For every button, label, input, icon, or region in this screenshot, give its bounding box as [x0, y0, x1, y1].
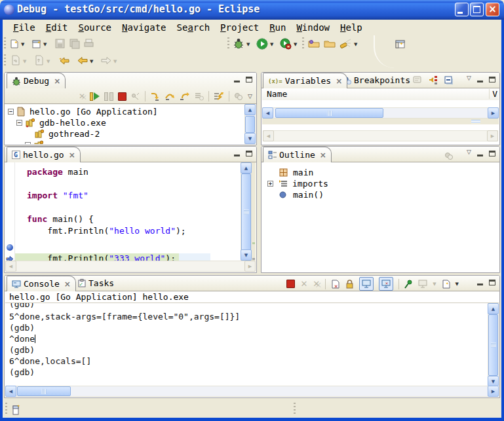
console-hscrollbar-track[interactable] [5, 386, 499, 397]
forward-button[interactable] [101, 56, 111, 65]
disconnect-icon[interactable] [131, 92, 140, 101]
new-wizard-dropdown[interactable]: ▼ [21, 42, 24, 47]
display-console-disabled-icon[interactable] [418, 280, 427, 288]
remove-terminated-icon[interactable]: ✕ [79, 92, 85, 101]
tab-close-icon[interactable]: × [64, 280, 71, 289]
print-button[interactable] [84, 39, 94, 48]
step-over-icon[interactable] [165, 92, 175, 101]
show-stderr-toggle[interactable]: ✕ [379, 277, 393, 291]
tab-close-icon[interactable]: × [336, 77, 342, 86]
maximize-view-icon[interactable] [489, 77, 495, 82]
scroll-left-button[interactable]: ◀ [263, 130, 274, 141]
scroll-lock-icon[interactable] [345, 280, 354, 289]
column-value[interactable]: V [489, 89, 497, 99]
save-button[interactable] [55, 39, 65, 48]
suspend-icon[interactable] [104, 92, 113, 101]
scroll-right-button[interactable]: ▶ [488, 107, 499, 119]
maximize-button[interactable] [470, 3, 484, 16]
tab-close-icon[interactable]: × [320, 151, 326, 160]
scroll-left-button[interactable]: ◀ [262, 107, 273, 119]
back-button[interactable] [77, 56, 88, 65]
statusbar-drag-handle[interactable] [294, 403, 296, 416]
tab-tasks[interactable]: ✓ Tasks [73, 276, 119, 291]
titlebar[interactable]: Debug - testGo/src/cmd/hello.go - Eclips… [0, 0, 504, 20]
terminate-icon[interactable] [286, 280, 295, 288]
scroll-left-button[interactable]: ◀ [5, 261, 16, 272]
show-type-names-disabled-icon[interactable] [413, 75, 423, 84]
open-type-button[interactable] [308, 39, 320, 48]
remove-launch-disabled-icon[interactable]: ✕ [300, 279, 307, 289]
run-button[interactable] [256, 38, 268, 50]
external-tools-dropdown[interactable]: ▼ [294, 42, 297, 47]
outline-item[interactable]: main [292, 168, 315, 177]
editor-body[interactable]: ✦ package main import "fmt" func main() … [5, 162, 256, 261]
variables-tree-empty[interactable] [262, 100, 499, 107]
scroll-left-button[interactable]: ◀ [5, 386, 16, 397]
menu-window[interactable]: Window [291, 21, 335, 34]
tab-close-icon[interactable]: × [69, 151, 75, 160]
tab-close-icon[interactable]: × [54, 77, 60, 86]
menu-source[interactable]: Source [73, 21, 117, 34]
step-filters-disabled-icon[interactable] [194, 92, 204, 101]
maximize-view-icon[interactable] [246, 151, 252, 156]
last-edit-file-button[interactable] [10, 55, 20, 65]
show-stdout-toggle[interactable] [359, 277, 374, 291]
new-project-dropdown[interactable]: ▼ [43, 42, 47, 47]
debug-tree-item-clipped[interactable]: − [25, 139, 47, 144]
menu-file[interactable]: File [8, 21, 41, 34]
view-menu-icon[interactable]: ▽ [467, 149, 471, 155]
forward-dropdown[interactable]: ▼ [113, 59, 117, 64]
new-wizard-button[interactable]: ✦ [9, 39, 20, 49]
minimize-view-icon[interactable] [234, 81, 240, 82]
scroll-down-button[interactable]: ▼ [241, 249, 252, 261]
scroll-up-button[interactable]: ▲ [488, 303, 499, 314]
scroll-right-button[interactable]: ▶ [487, 130, 498, 141]
back-dropdown[interactable]: ▼ [90, 59, 93, 64]
toolbar-drag-handle[interactable] [227, 37, 229, 50]
toolbar-drag-handle[interactable] [302, 37, 304, 50]
scroll-up-button[interactable]: ▲ [241, 162, 252, 174]
variables-hscrollbar-thumb[interactable] [275, 108, 383, 118]
editor-hscrollbar-track[interactable] [5, 261, 256, 272]
menu-run[interactable]: Run [264, 21, 291, 34]
tab-console[interactable]: Console × [7, 276, 76, 291]
display-console-dropdown[interactable]: ▼ [433, 282, 436, 287]
view-menu-icon[interactable]: ▽ [467, 75, 471, 81]
save-all-button[interactable] [69, 39, 80, 49]
show-logical-structure-icon[interactable] [429, 75, 439, 84]
open-perspective-button[interactable]: ✦ [395, 39, 406, 49]
go-into-file-button[interactable] [34, 55, 44, 65]
maximize-view-icon[interactable] [246, 77, 252, 82]
last-edit-location-button[interactable]: ✦ [59, 56, 70, 65]
external-tools-button[interactable] [280, 38, 292, 50]
minimize-view-icon[interactable] [234, 155, 240, 156]
details-pane-sash[interactable] [262, 119, 499, 124]
maximize-view-icon[interactable] [489, 280, 495, 285]
tab-breakpoints[interactable]: Breakpoints [339, 73, 415, 88]
run-dropdown[interactable]: ▼ [270, 42, 273, 47]
console-vscrollbar-thumb[interactable] [488, 314, 498, 376]
menu-help[interactable]: Help [335, 21, 368, 34]
step-return-icon[interactable] [180, 92, 189, 101]
tab-hello-go[interactable]: G hello.go × [7, 147, 81, 162]
console-output[interactable]: (gdb) 5^done,stack-args=[frame={level="0… [5, 303, 487, 387]
open-console-icon[interactable]: ✦ [442, 280, 450, 289]
search-dropdown[interactable]: ▼ [354, 42, 357, 47]
close-button[interactable]: × [486, 3, 499, 16]
expand-toggle[interactable]: − [25, 142, 31, 144]
expand-toggle[interactable]: − [16, 120, 22, 126]
scroll-down-button[interactable]: ▼ [244, 133, 256, 144]
step-into-icon[interactable] [150, 92, 160, 101]
tab-variables[interactable]: (x)= Variables × [263, 73, 347, 88]
toolbar-drag-handle[interactable] [4, 54, 6, 67]
remove-all-launches-disabled-icon[interactable]: ✕ [313, 279, 320, 289]
maximize-view-icon[interactable] [489, 151, 495, 156]
open-console-dropdown[interactable]: ▼ [456, 282, 459, 287]
overview-ruler[interactable] [252, 162, 256, 261]
debug-tree-item[interactable]: gothread-2 [47, 129, 101, 139]
resume-icon[interactable] [90, 92, 100, 101]
clear-console-icon[interactable]: ✕ [331, 280, 340, 289]
go-into-file-dropdown[interactable]: ▼ [47, 59, 50, 64]
view-filter-disabled-icon[interactable] [234, 92, 243, 100]
pin-console-icon[interactable] [404, 280, 413, 289]
